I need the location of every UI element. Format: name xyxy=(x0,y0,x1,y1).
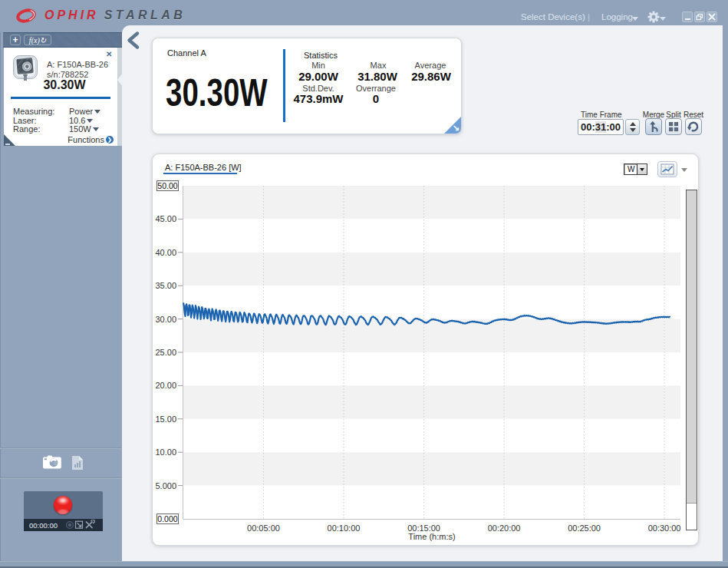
svg-text:00:15:00: 00:15:00 xyxy=(407,523,440,533)
svg-text:00:10:00: 00:10:00 xyxy=(328,523,361,533)
svg-text:00:25:00: 00:25:00 xyxy=(568,523,601,533)
svg-text:50.00: 50.00 xyxy=(157,181,177,190)
svg-text:00:30:00: 00:30:00 xyxy=(648,523,681,533)
svg-text:15.00: 15.00 xyxy=(155,414,176,424)
svg-text:40.00: 40.00 xyxy=(155,248,176,257)
svg-text:00:20:00: 00:20:00 xyxy=(488,523,521,533)
svg-text:0.000: 0.000 xyxy=(157,514,177,523)
svg-text:10.00: 10.00 xyxy=(155,447,176,457)
svg-text:20.00: 20.00 xyxy=(155,381,176,390)
svg-text:45.00: 45.00 xyxy=(155,214,176,223)
svg-text:Time (h:m:s): Time (h:m:s) xyxy=(408,532,455,541)
svg-text:30.00: 30.00 xyxy=(155,315,176,324)
svg-text:00:05:00: 00:05:00 xyxy=(247,523,280,533)
svg-text:25.00: 25.00 xyxy=(155,348,176,357)
svg-text:35.00: 35.00 xyxy=(155,281,176,290)
svg-text:5.000: 5.000 xyxy=(155,481,176,490)
